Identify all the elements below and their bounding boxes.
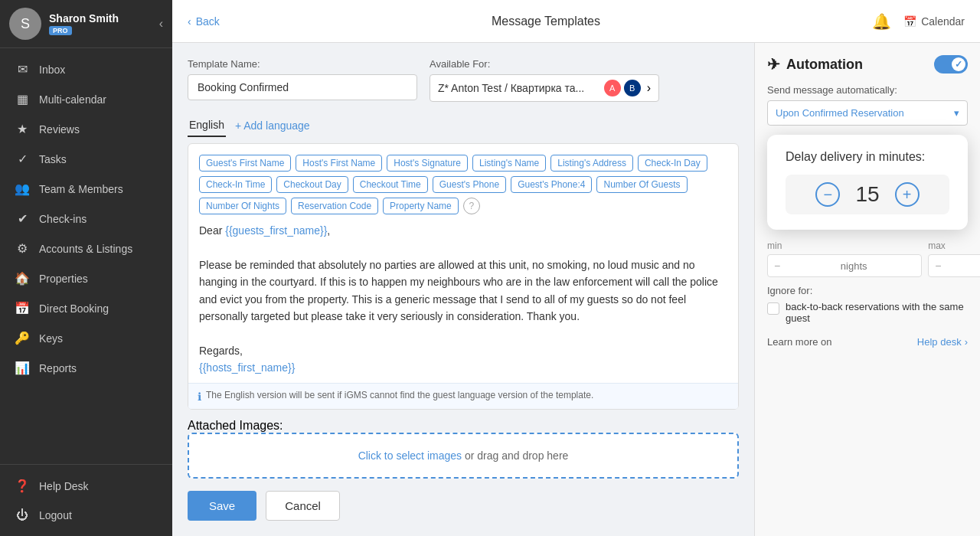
learn-more-label: Learn more on <box>767 336 832 348</box>
tag-check-in-day[interactable]: Check-In Day <box>638 155 707 172</box>
tag-checkout-day[interactable]: Checkout Day <box>276 176 348 193</box>
properties-icon: 🏠 <box>15 271 30 286</box>
learn-more: Learn more on Help desk › <box>767 336 968 348</box>
automation-title-text: Automation <box>786 57 863 73</box>
min-nights-field[interactable] <box>786 257 921 275</box>
sidebar-item-multi-calendar[interactable]: ▦ Multi-calendar <box>0 84 172 114</box>
info-icon: ℹ <box>198 391 201 403</box>
page-title: Message Templates <box>492 15 600 28</box>
tag-listings-name[interactable]: Listing's Name <box>472 155 546 172</box>
calendar-button[interactable]: 📅 Calendar <box>903 15 965 28</box>
sidebar-item-help[interactable]: ❓ Help Desk <box>0 471 172 501</box>
attached-images-section: Attached Images: Click to select images … <box>188 419 739 479</box>
back-label: Back <box>196 15 220 28</box>
available-for-selector[interactable]: Z* Anton Test / Квартирка та... A B › <box>430 74 659 102</box>
template-name-input[interactable] <box>188 74 417 100</box>
keys-icon: 🔑 <box>15 331 30 345</box>
sidebar-item-tasks[interactable]: ✓ Tasks <box>0 144 172 174</box>
direct-booking-icon: 📅 <box>15 301 30 315</box>
delay-increment-button[interactable]: + <box>895 182 920 207</box>
sidebar-header: S Sharon Smith PRO ‹ <box>0 0 172 48</box>
action-buttons: Save Cancel <box>188 491 739 521</box>
sidebar-item-inbox[interactable]: ✉ Inbox <box>0 54 172 84</box>
listing-icons: A B <box>604 80 641 96</box>
cancel-button[interactable]: Cancel <box>266 491 340 521</box>
max-nights-field[interactable] <box>947 257 980 275</box>
tag-hosts-first-name[interactable]: Host's First Name <box>296 155 382 172</box>
tag-guests-phone[interactable]: Guest's Phone <box>433 176 506 193</box>
add-language-button[interactable]: + Add language <box>235 119 310 132</box>
automation-panel: ✈ Automation ✓ Send message automaticall… <box>754 43 980 536</box>
template-editor: Template Name: Available For: Z* Anton T… <box>172 43 754 536</box>
help-desk-link[interactable]: Help desk › <box>917 336 968 348</box>
select-images-link[interactable]: Click to select images <box>358 449 462 462</box>
automation-title: ✈ Automation <box>767 55 863 74</box>
sidebar-item-check-ins[interactable]: ✔ Check-ins <box>0 204 172 234</box>
tag-listings-address[interactable]: Listing's Address <box>550 155 633 172</box>
tag-guests-first-name[interactable]: Guest's First Name <box>199 155 291 172</box>
send-trigger-select[interactable]: Upon Confirmed Reservation ▾ <box>767 100 968 126</box>
send-trigger-value: Upon Confirmed Reservation <box>776 107 904 119</box>
calendar-icon: ▦ <box>15 92 30 106</box>
template-name-group: Template Name: <box>188 58 417 102</box>
var-guest-name: {{guests_first_name}} <box>225 224 327 237</box>
min-decrement-btn[interactable]: − <box>768 255 786 276</box>
sidebar-item-keys[interactable]: 🔑 Keys <box>0 323 172 353</box>
template-card: Guest's First Name Host's First Name Hos… <box>188 143 739 410</box>
delay-decrement-button[interactable]: − <box>815 182 840 207</box>
tag-guests-phone-4[interactable]: Guest's Phone:4 <box>511 176 592 193</box>
main-content: ‹ Back Message Templates 🔔 📅 Calendar Te… <box>172 0 980 536</box>
sidebar-item-label: Direct Booking <box>39 302 109 315</box>
tag-reservation-code[interactable]: Reservation Code <box>291 198 378 214</box>
sidebar-item-reports[interactable]: 📊 Reports <box>0 353 172 383</box>
reviews-icon: ★ <box>15 122 30 136</box>
sidebar-item-team[interactable]: 👥 Team & Members <box>0 174 172 204</box>
tag-number-of-guests[interactable]: Number Of Guests <box>596 176 687 193</box>
sidebar-item-logout[interactable]: ⏻ Logout <box>0 501 172 530</box>
logout-icon: ⏻ <box>15 508 30 522</box>
tag-checkout-time[interactable]: Checkout Time <box>353 176 428 193</box>
image-drop-zone[interactable]: Click to select images or drag and drop … <box>188 433 739 479</box>
airbnb-icon: A <box>604 80 621 96</box>
notification-icon[interactable]: 🔔 <box>872 12 891 31</box>
min-nights-group: min − <box>767 240 922 277</box>
sidebar-item-direct-booking[interactable]: 📅 Direct Booking <box>0 293 172 323</box>
calendar-label: Calendar <box>921 15 965 28</box>
automation-toggle[interactable]: ✓ <box>934 55 968 74</box>
tag-number-of-nights[interactable]: Number Of Nights <box>199 198 286 214</box>
sidebar-item-label: Multi-calendar <box>39 93 106 106</box>
back-button[interactable]: ‹ Back <box>188 15 220 28</box>
tag-check-in-time[interactable]: Check-In Time <box>199 176 272 193</box>
tag-help[interactable]: ? <box>463 198 480 214</box>
delay-popup: Delay delivery in minutes: − 15 + <box>767 135 968 230</box>
tag-hosts-signature[interactable]: Host's Signature <box>387 155 468 172</box>
toggle-knob: ✓ <box>952 57 965 71</box>
drop-zone-text: or drag and drop here <box>465 449 568 462</box>
plane-icon: ✈ <box>767 55 780 74</box>
sidebar-item-label: Reviews <box>39 123 80 136</box>
content-area: Template Name: Available For: Z* Anton T… <box>172 43 980 536</box>
sidebar-user-info: Sharon Smith PRO <box>49 12 119 35</box>
max-nights-input[interactable]: − <box>928 254 980 277</box>
sidebar-item-properties[interactable]: 🏠 Properties <box>0 263 172 293</box>
ignore-section: Ignore for: back-to-back reservations wi… <box>767 285 968 324</box>
toggle-check-icon: ✓ <box>955 59 962 70</box>
message-body[interactable]: Dear {{guests_first_name}}, Please be re… <box>199 222 727 377</box>
sidebar-item-accounts[interactable]: ⚙ Accounts & Listings <box>0 234 172 263</box>
save-button[interactable]: Save <box>188 491 256 521</box>
sidebar-item-reviews[interactable]: ★ Reviews <box>0 114 172 144</box>
ignore-checkbox[interactable] <box>767 302 779 315</box>
collapse-icon[interactable]: ‹ <box>159 17 163 31</box>
template-name-label: Template Name: <box>188 58 417 70</box>
max-decrement-btn[interactable]: − <box>929 255 947 276</box>
sidebar-user: S Sharon Smith PRO <box>9 8 119 40</box>
chevron-right-icon: › <box>965 336 968 348</box>
ignore-item: back-to-back reservations with the same … <box>767 301 968 324</box>
min-nights-input[interactable]: − <box>767 254 922 277</box>
info-note-text: The English version will be sent if iGMS… <box>206 390 593 400</box>
accounts-icon: ⚙ <box>15 241 30 256</box>
tab-english[interactable]: English <box>188 114 226 137</box>
reports-icon: 📊 <box>15 361 30 375</box>
tag-property-name[interactable]: Property Name <box>383 198 459 214</box>
pro-badge: PRO <box>49 26 72 35</box>
